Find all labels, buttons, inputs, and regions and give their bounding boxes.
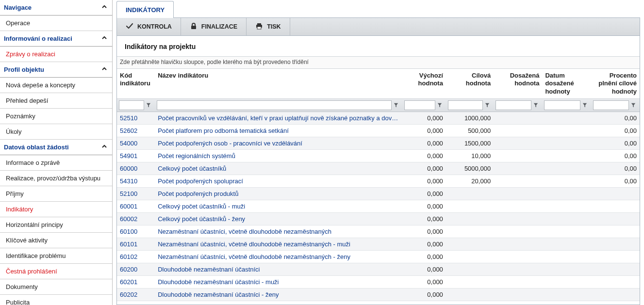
finalizace-button[interactable]: FINALIZACE [181,18,247,35]
cell-name: Celkový počet účastníků - ženy [155,212,402,225]
section: Indikátory na projektu Zde přetáhněte hl… [116,36,640,305]
filter-icon[interactable] [531,100,540,110]
nav-item[interactable]: Publicita [0,295,112,305]
cell-start: 0,000 [402,288,446,301]
nav-item[interactable]: Příjmy [0,186,112,202]
table-row[interactable]: 60200Dlouhodobě nezaměstnaní účastníci0,… [117,263,640,275]
nav-item[interactable]: Identifikace problému [0,248,112,264]
cell-reached [494,124,542,137]
table-row[interactable]: 60001Celkový počet účastníků - muži0,000 [117,200,640,212]
filter-icon[interactable] [629,100,638,110]
nav-item[interactable]: Poznámky [0,109,112,124]
cell-name: Počet podpořených spoluprací [155,175,402,187]
filter-input[interactable] [544,100,580,110]
nav-item[interactable]: Informace o zprávě [0,155,112,171]
table-row[interactable]: 52510Počet pracovníků ve vzdělávání, kte… [117,112,640,124]
cell-reached [494,137,542,149]
nav-group-header[interactable]: Navigace [0,0,112,16]
cell-pct [591,263,640,275]
table-row[interactable]: 60002Celkový počet účastníků - ženy0,000 [117,212,640,225]
nav-item[interactable]: Realizace, provoz/údržba výstupu [0,171,112,186]
table-row[interactable]: 54901Počet regionálních systémů0,00010,0… [117,149,640,162]
nav-item[interactable]: Operace [0,16,112,31]
grid-wrap[interactable]: Kód indikátoru Název indikátoru Výchozí … [117,69,640,305]
table-row[interactable]: 52602Počet platforem pro odborná tematic… [117,124,640,137]
cell-reached [494,187,542,200]
tab-indikatory[interactable]: INDIKÁTORY [116,1,174,18]
filter-input[interactable] [157,100,391,110]
table-row[interactable]: 60100Nezaměstnaní účastníci, včetně dlou… [117,225,640,238]
tisk-button[interactable]: TISK [247,18,290,35]
cell-target: 1000,000 [446,112,494,124]
cell-name: Nezaměstnaní účastníci, včetně dlouhodob… [155,225,402,238]
cell-start: 0,000 [402,124,446,137]
nav-item[interactable]: Horizontální principy [0,217,112,233]
cell-date [542,200,591,212]
cell-reached [494,212,542,225]
filter-icon[interactable] [144,100,153,110]
col-header-name[interactable]: Název indikátoru [155,69,402,98]
col-header-date[interactable]: Datum dosažené hodnoty [542,69,591,98]
cell-reached [494,263,542,275]
table-row[interactable]: 60201Dlouhodobě nezaměstnaní účastníci -… [117,275,640,288]
col-header-pct[interactable]: Procento plnění cílové hodnoty [591,69,640,98]
cell-date [542,175,591,187]
filter-icon[interactable] [483,100,492,110]
cell-target: 10,000 [446,149,494,162]
col-header-start[interactable]: Výchozí hodnota [402,69,446,98]
cell-reached [494,175,542,187]
filter-input[interactable] [448,100,483,110]
nav-item[interactable]: Nová depeše a koncepty [0,78,112,93]
cell-reached [494,200,542,212]
group-drag-hint[interactable]: Zde přetáhněte hlavičku sloupce, podle k… [117,56,640,69]
col-header-target[interactable]: Cílová hodnota [446,69,494,98]
nav-item[interactable]: Klíčové aktivity [0,233,112,248]
col-header-reached[interactable]: Dosažená hodnota [494,69,542,98]
filter-input[interactable] [404,100,435,110]
cell-reached [494,149,542,162]
table-row[interactable]: 52100Počet podpořených produktů0,000 [117,187,640,200]
check-icon [126,22,133,32]
filter-icon[interactable] [580,100,589,110]
cell-name: Nezaměstnaní účastníci, včetně dlouhodob… [155,238,402,250]
cell-start: 0,000 [402,200,446,212]
filter-input[interactable] [593,100,629,110]
cell-pct [591,200,640,212]
nav-item[interactable]: Zprávy o realizaci [0,47,112,62]
kontrola-button[interactable]: KONTROLA [117,18,181,35]
nav-group-header[interactable]: Informování o realizaci [0,31,112,47]
cell-code: 60001 [117,200,155,212]
nav-item[interactable]: Přehled depeší [0,93,112,109]
cell-reached [494,288,542,301]
nav-group-label: Navigace [4,4,32,11]
nav-group-header[interactable]: Profil objektu [0,62,112,78]
filter-input[interactable] [495,100,531,110]
cell-pct: 0,00 [591,175,640,187]
filter-input[interactable] [119,100,144,110]
cell-code: 60102 [117,250,155,263]
sidebar: NavigaceOperaceInformování o realizaciZp… [0,0,113,305]
nav-item[interactable]: Čestná prohlášení [0,264,112,279]
toolbar: KONTROLA FINALIZACE TISK [116,17,640,36]
table-row[interactable]: 54000Počet podpořených osob - pracovníci… [117,137,640,149]
table-row[interactable]: 54310Počet podpořených spoluprací0,00020… [117,175,640,187]
chevron-up-icon [101,66,107,73]
cell-start: 0,000 [402,238,446,250]
cell-target [446,275,494,288]
cell-name: Počet pracovníků ve vzdělávání, kteří v … [155,112,402,124]
nav-group-header[interactable]: Datová oblast žádosti [0,140,112,155]
nav-item[interactable]: Dokumenty [0,279,112,295]
table-row[interactable]: 60101Nezaměstnaní účastníci, včetně dlou… [117,238,640,250]
col-header-code[interactable]: Kód indikátoru [117,69,155,98]
nav-item[interactable]: Indikátory [0,202,112,217]
cell-reached [494,112,542,124]
table-row[interactable]: 60000Celkový počet účastníků0,0005000,00… [117,162,640,175]
table-row[interactable]: 60202Dlouhodobě nezaměstnaní účastníci -… [117,288,640,301]
cell-start: 0,000 [402,175,446,187]
filter-icon[interactable] [435,100,444,110]
filter-icon[interactable] [392,100,400,110]
printer-icon [255,22,263,32]
nav-item[interactable]: Úkoly [0,124,112,140]
table-row[interactable]: 60102Nezaměstnaní účastníci, včetně dlou… [117,250,640,263]
cell-name: Počet podpořených produktů [155,187,402,200]
